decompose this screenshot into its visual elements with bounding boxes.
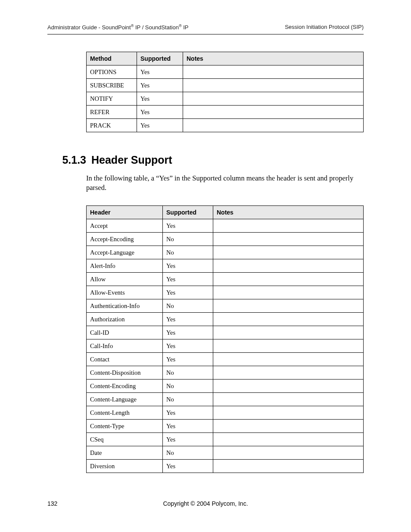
table-cell: Yes: [137, 79, 183, 92]
table-cell: No: [163, 380, 213, 393]
table-row: DiversionYes: [87, 460, 364, 473]
method-support-table: Method Supported Notes OPTIONSYesSUBSCRI…: [86, 52, 364, 132]
running-header: Administrator Guide - SoundPoint® IP / S…: [47, 24, 364, 34]
header-left-mid: IP / SoundStation: [134, 24, 179, 31]
table-cell: Yes: [163, 219, 213, 233]
table-cell: Allow-Events: [87, 286, 163, 299]
table-cell: [213, 393, 364, 406]
table-cell: No: [163, 366, 213, 380]
col-notes: Notes: [183, 52, 364, 65]
col-notes: Notes: [213, 206, 364, 219]
table-cell: Content-Language: [87, 393, 163, 406]
table-row: AcceptYes: [87, 219, 364, 233]
table-row: Call-IDYes: [87, 326, 364, 339]
table-row: ContactYes: [87, 353, 364, 366]
table-cell: [183, 79, 364, 92]
table-cell: Yes: [137, 65, 183, 79]
table-row: AllowYes: [87, 273, 364, 286]
table-cell: Contact: [87, 353, 163, 366]
header-left-post: IP: [182, 24, 189, 31]
table-cell: [213, 259, 364, 273]
table-header-row: Method Supported Notes: [87, 52, 364, 65]
table-cell: Yes: [163, 420, 213, 433]
table-row: Accept-LanguageNo: [87, 246, 364, 259]
table-cell: [213, 313, 364, 326]
table-cell: Date: [87, 446, 163, 460]
table-cell: Yes: [163, 286, 213, 299]
table-cell: [213, 446, 364, 460]
section-paragraph: In the following table, a “Yes” in the S…: [86, 174, 364, 193]
table-cell: REFER: [87, 106, 137, 119]
table-row: PRACKYes: [87, 119, 364, 132]
table-row: SUBSCRIBEYes: [87, 79, 364, 92]
table-cell: Yes: [163, 339, 213, 353]
table-cell: Content-Length: [87, 406, 163, 420]
section-number: 5.1.3: [47, 154, 91, 166]
table-cell: No: [163, 446, 213, 460]
table-row: DateNo: [87, 446, 364, 460]
table-cell: [213, 433, 364, 446]
table-cell: Accept-Language: [87, 246, 163, 259]
table-cell: Content-Encoding: [87, 380, 163, 393]
table-cell: Call-ID: [87, 326, 163, 339]
col-supported: Supported: [163, 206, 213, 219]
table-cell: No: [163, 246, 213, 259]
table-cell: [213, 339, 364, 353]
table-cell: [213, 273, 364, 286]
table-row: Content-TypeYes: [87, 420, 364, 433]
table-cell: [213, 460, 364, 473]
table-cell: Yes: [137, 106, 183, 119]
table-row: Authentication-InfoNo: [87, 299, 364, 313]
col-method: Method: [87, 52, 137, 65]
header-left-pre: Administrator Guide - SoundPoint: [47, 24, 131, 31]
table-cell: Diversion: [87, 460, 163, 473]
page-footer: 132 Copyright © 2004 Polycom, Inc.: [47, 500, 364, 507]
table-cell: Yes: [137, 119, 183, 132]
table-row: AuthorizationYes: [87, 313, 364, 326]
table-cell: [183, 65, 364, 79]
table-cell: Accept-Encoding: [87, 233, 163, 246]
table-row: Content-DispositionNo: [87, 366, 364, 380]
section-title: Header Support: [91, 154, 364, 166]
table-cell: No: [163, 233, 213, 246]
table-cell: Authentication-Info: [87, 299, 163, 313]
table-cell: Yes: [163, 326, 213, 339]
table-cell: Content-Disposition: [87, 366, 163, 380]
table-cell: Yes: [163, 313, 213, 326]
table-cell: [213, 326, 364, 339]
table-cell: Yes: [163, 273, 213, 286]
table-row: NOTIFYYes: [87, 92, 364, 106]
table-cell: OPTIONS: [87, 65, 137, 79]
table-cell: Yes: [163, 433, 213, 446]
table-cell: [213, 219, 364, 233]
col-header: Header: [87, 206, 163, 219]
header-right: Session Initiation Protocol (SIP): [285, 24, 364, 31]
table-cell: No: [163, 393, 213, 406]
table-header-row: Header Supported Notes: [87, 206, 364, 219]
table-row: Accept-EncodingNo: [87, 233, 364, 246]
table-row: Call-InfoYes: [87, 339, 364, 353]
section-heading: 5.1.3 Header Support: [47, 154, 364, 166]
table-row: CSeqYes: [87, 433, 364, 446]
table-row: REFERYes: [87, 106, 364, 119]
table-cell: [183, 106, 364, 119]
table-cell: Alert-Info: [87, 259, 163, 273]
table-cell: NOTIFY: [87, 92, 137, 106]
table-cell: [213, 380, 364, 393]
table-row: Content-LanguageNo: [87, 393, 364, 406]
table-cell: [213, 299, 364, 313]
table-row: Content-EncodingNo: [87, 380, 364, 393]
table-cell: [213, 366, 364, 380]
page-number: 132: [47, 500, 86, 507]
table-cell: CSeq: [87, 433, 163, 446]
header-left: Administrator Guide - SoundPoint® IP / S…: [47, 24, 189, 31]
table-cell: PRACK: [87, 119, 137, 132]
table-cell: [213, 353, 364, 366]
table-cell: Yes: [163, 406, 213, 420]
table-cell: SUBSCRIBE: [87, 79, 137, 92]
table-cell: [183, 119, 364, 132]
table-row: OPTIONSYes: [87, 65, 364, 79]
table-cell: [183, 92, 364, 106]
table-row: Alert-InfoYes: [87, 259, 364, 273]
table-cell: [213, 420, 364, 433]
